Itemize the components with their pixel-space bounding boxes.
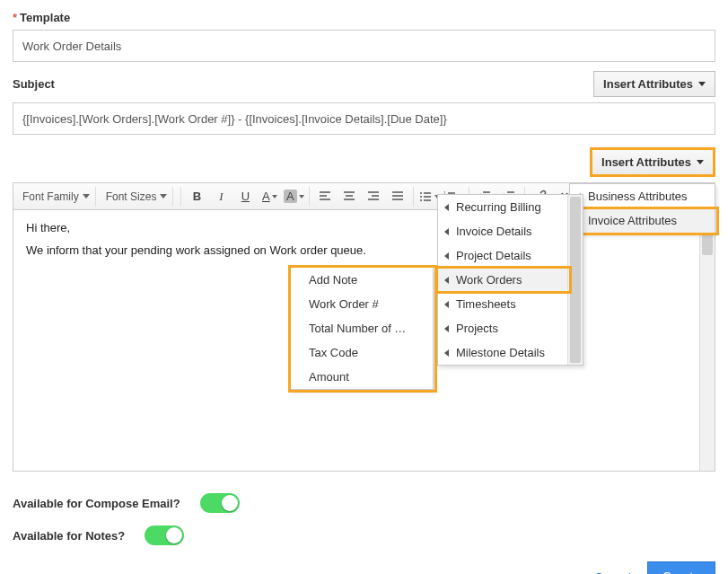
underline-button[interactable]: U (233, 186, 257, 208)
subject-label: Subject (13, 77, 55, 91)
font-family-select[interactable]: Font Family (17, 187, 96, 207)
available-email-toggle[interactable] (200, 493, 240, 513)
chevron-down-icon (698, 82, 706, 86)
available-email-label: Available for Compose Email? (13, 497, 180, 510)
menu-item-timesheets[interactable]: Timesheets (438, 292, 583, 316)
editor-scrollbar[interactable] (699, 210, 715, 471)
menu-item-work-order-number[interactable]: Work Order # (291, 292, 433, 316)
italic-button[interactable]: I (209, 186, 232, 208)
svg-point-16 (420, 199, 422, 201)
chevron-down-icon (697, 160, 704, 164)
menu-item-recurring-billing[interactable]: Recurring Billing (438, 195, 583, 219)
attribute-menu-root[interactable]: Business Attributes Invoice Attributes (569, 183, 715, 234)
svg-point-12 (420, 192, 422, 194)
align-left-button[interactable] (313, 186, 337, 208)
align-right-button[interactable] (362, 186, 385, 208)
bg-color-button[interactable]: A (282, 186, 305, 208)
menu-item-project-details[interactable]: Project Details (438, 243, 583, 268)
body-line: We inform that your pending work assigne… (26, 243, 702, 257)
rich-text-editor: Font Family Font Sizes B I U A A (13, 182, 715, 472)
template-name-input[interactable] (13, 30, 715, 62)
attribute-menu-invoice[interactable]: Recurring Billing Invoice Details Projec… (437, 194, 583, 366)
align-center-button[interactable] (338, 186, 361, 208)
menu-scrollbar[interactable] (567, 195, 583, 365)
menu-item-projects[interactable]: Projects (438, 316, 583, 340)
insert-attributes-subject-button[interactable]: Insert Attributes (593, 71, 715, 97)
menu-item-amount[interactable]: Amount (291, 365, 433, 389)
insert-attributes-body-button[interactable]: Insert Attributes (590, 147, 715, 177)
attribute-menu-work-orders[interactable]: Add Note Work Order # Total Number of … … (290, 267, 434, 390)
bold-button[interactable]: B (185, 186, 208, 208)
text-color-button[interactable]: A (258, 186, 281, 208)
available-notes-label: Available for Notes? (13, 529, 125, 543)
font-size-select[interactable]: Font Sizes (101, 187, 174, 207)
svg-point-14 (420, 196, 422, 198)
template-label: *Template (13, 11, 715, 24)
menu-item-total-number[interactable]: Total Number of … (291, 316, 433, 340)
cancel-link[interactable]: Cancel (595, 570, 631, 575)
menu-item-business-attributes[interactable]: Business Attributes (570, 184, 715, 208)
menu-item-work-orders[interactable]: Work Orders (438, 268, 583, 292)
align-justify-button[interactable] (386, 186, 409, 208)
create-button[interactable]: Create (647, 561, 715, 574)
available-notes-toggle[interactable] (145, 525, 184, 545)
menu-item-milestone-details[interactable]: Milestone Details (438, 340, 583, 365)
menu-item-invoice-details[interactable]: Invoice Details (438, 219, 583, 243)
menu-item-add-note[interactable]: Add Note (291, 268, 433, 292)
menu-item-invoice-attributes[interactable]: Invoice Attributes (570, 208, 715, 233)
menu-item-tax-code[interactable]: Tax Code (291, 340, 433, 365)
subject-input[interactable] (13, 102, 715, 135)
